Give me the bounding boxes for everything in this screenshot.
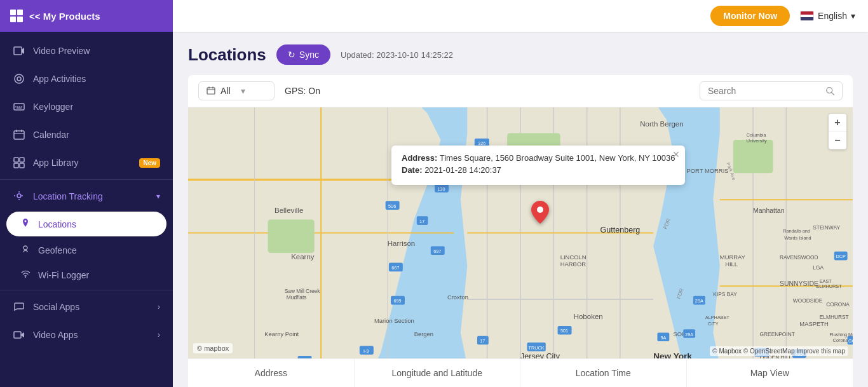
- popup-close-button[interactable]: ✕: [672, 149, 680, 160]
- svg-text:697: 697: [433, 248, 441, 254]
- svg-text:WOODSIDE: WOODSIDE: [793, 297, 823, 304]
- svg-text:DCP: DCP: [836, 254, 846, 259]
- svg-text:HARBOR: HARBOR: [560, 261, 586, 268]
- svg-text:TRUCK: TRUCK: [529, 345, 545, 351]
- flag-icon: [800, 11, 814, 21]
- monitor-now-button[interactable]: Monitor Now: [710, 6, 790, 26]
- svg-text:Bergen: Bergen: [414, 330, 433, 337]
- app-activities-icon: [13, 72, 25, 85]
- svg-text:New York: New York: [653, 351, 692, 358]
- map-location-popup: ✕ Address: Times Square, 1560 Broadway S…: [391, 146, 685, 185]
- page-title: Locations: [188, 45, 266, 65]
- svg-text:Manhattan: Manhattan: [753, 207, 785, 214]
- sidebar-sub-item-geofence[interactable]: Geofence: [0, 238, 173, 262]
- address-label: Address:: [402, 153, 437, 163]
- map-zoom-controls: + −: [829, 114, 846, 149]
- video-preview-label: Video Preview: [33, 46, 90, 56]
- svg-point-19: [24, 246, 27, 250]
- sidebar-item-social-apps[interactable]: Social Apps ›: [0, 293, 173, 321]
- map-container[interactable]: North Bergen PORT MORRIS Guttenberg Manh…: [188, 107, 853, 358]
- filter-bar: All ▾ GPS: On: [188, 75, 853, 107]
- svg-rect-47: [733, 140, 773, 173]
- svg-rect-21: [14, 332, 21, 338]
- svg-text:Kearny: Kearny: [291, 253, 315, 261]
- svg-text:9A: 9A: [660, 335, 666, 341]
- grid-icon: [10, 10, 23, 22]
- map-attribution: © Mapbox © OpenStreetMap Improve this ma…: [710, 346, 848, 356]
- svg-text:Belleville: Belleville: [275, 207, 303, 214]
- date-filter-select[interactable]: All ▾: [198, 81, 275, 100]
- svg-text:667: 667: [391, 265, 399, 271]
- sidebar-item-video-preview[interactable]: Video Preview: [0, 37, 173, 65]
- content-area: Locations ↻ Sync Updated: 2023-10-10 14:…: [173, 32, 868, 387]
- svg-text:KIPS BAY: KIPS BAY: [713, 291, 737, 297]
- sidebar-item-keylogger[interactable]: Keylogger: [0, 93, 173, 121]
- svg-rect-48: [268, 220, 315, 253]
- sidebar-item-app-library[interactable]: App Library New: [0, 149, 173, 177]
- wifi-logger-icon: [20, 269, 31, 281]
- language-selector[interactable]: English ▾: [800, 11, 855, 21]
- location-tracking-label: Location Tracking: [33, 191, 103, 201]
- svg-text:STEINWAY: STEINWAY: [813, 224, 840, 231]
- sync-icon: ↻: [288, 50, 295, 60]
- sidebar-item-video-apps[interactable]: Video Apps ›: [0, 321, 173, 349]
- svg-text:SUNNYSIDE: SUNNYSIDE: [780, 280, 818, 287]
- sidebar-item-location-tracking[interactable]: Location Tracking ▾: [0, 182, 173, 210]
- svg-rect-22: [207, 88, 215, 94]
- svg-text:Guttenberg: Guttenberg: [600, 226, 641, 235]
- col-header-address: Address: [188, 359, 355, 387]
- locations-sub-label: Locations: [38, 219, 76, 229]
- svg-text:Mudflats: Mudflats: [287, 294, 307, 301]
- sidebar-title: << My Products: [29, 11, 100, 22]
- zoom-in-button[interactable]: +: [829, 114, 846, 132]
- col-header-map-view: Map View: [687, 359, 853, 387]
- sync-button[interactable]: ↻ Sync: [276, 44, 330, 65]
- svg-text:17: 17: [480, 338, 485, 344]
- svg-text:LGA: LGA: [813, 264, 824, 271]
- svg-text:Croxton: Croxton: [447, 294, 468, 301]
- search-box: [700, 81, 843, 100]
- calendar-icon: [13, 128, 25, 141]
- date-label: Date:: [402, 165, 423, 175]
- sidebar-header[interactable]: << My Products: [0, 0, 173, 32]
- search-input[interactable]: [708, 86, 820, 96]
- svg-text:Hoboken: Hoboken: [574, 313, 603, 320]
- sidebar-sub-item-wifi-logger[interactable]: Wi-Fi Logger: [0, 262, 173, 287]
- svg-text:North Bergen: North Bergen: [640, 120, 683, 128]
- svg-rect-3: [14, 104, 24, 110]
- svg-point-18: [25, 221, 27, 222]
- sidebar: << My Products Video Preview App Activit…: [0, 0, 173, 387]
- gps-status: GPS: On: [285, 86, 320, 96]
- sidebar-item-calendar[interactable]: Calendar: [0, 121, 173, 149]
- svg-text:GCP: GCP: [848, 338, 853, 344]
- app-activities-label: App Activities: [33, 74, 86, 84]
- video-apps-chevron: ›: [158, 330, 160, 339]
- svg-rect-9: [14, 131, 24, 139]
- svg-text:29A: 29A: [695, 298, 703, 304]
- svg-text:ALPHABET: ALPHABET: [705, 315, 730, 320]
- topbar: Monitor Now English ▾: [173, 0, 868, 32]
- svg-text:CITY: CITY: [708, 321, 719, 327]
- calendar-label: Calendar: [33, 130, 69, 140]
- sidebar-item-app-activities[interactable]: App Activities: [0, 65, 173, 93]
- calendar-filter-icon: [207, 86, 215, 95]
- keylogger-label: Keylogger: [33, 102, 73, 112]
- location-tracking-chevron: ▾: [156, 192, 160, 201]
- svg-text:Kearny Point: Kearny Point: [264, 330, 299, 337]
- sidebar-sub-item-locations[interactable]: Locations: [6, 212, 166, 236]
- svg-text:Wards Island: Wards Island: [784, 235, 811, 241]
- svg-text:CORONA: CORONA: [826, 301, 850, 308]
- video-apps-label: Video Apps: [33, 330, 78, 340]
- svg-rect-14: [20, 158, 24, 162]
- zoom-out-button[interactable]: −: [829, 132, 846, 149]
- keylogger-icon: [13, 100, 25, 113]
- svg-text:Columbia: Columbia: [747, 132, 767, 138]
- page-header: Locations ↻ Sync Updated: 2023-10-10 14:…: [188, 44, 853, 65]
- wifi-logger-label: Wi-Fi Logger: [38, 270, 89, 280]
- popup-address: Address: Times Square, 1560 Broadway Sui…: [402, 153, 675, 163]
- search-icon: [825, 86, 834, 96]
- svg-text:130: 130: [437, 186, 445, 192]
- svg-text:501: 501: [560, 328, 568, 334]
- svg-point-137: [537, 207, 543, 213]
- address-value: Times Square, 1560 Broadway Suite 1001, …: [440, 153, 675, 163]
